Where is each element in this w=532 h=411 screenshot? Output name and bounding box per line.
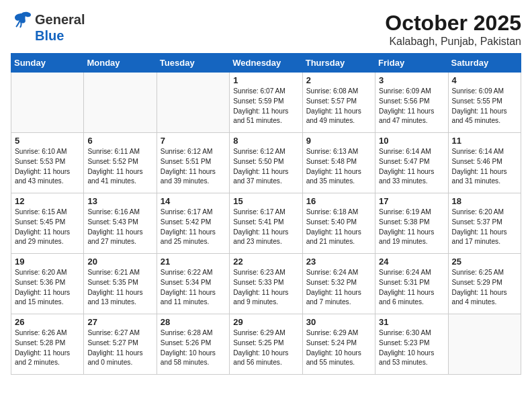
calendar-day-cell: 17Sunrise: 6:19 AMSunset: 5:38 PMDayligh…	[375, 193, 448, 254]
calendar-weekday-header: Sunday	[11, 54, 84, 73]
calendar-weekday-header: Monday	[84, 54, 157, 73]
day-info: Sunrise: 6:24 AMSunset: 5:31 PMDaylight:…	[379, 268, 444, 308]
day-info: Sunrise: 6:29 AMSunset: 5:24 PMDaylight:…	[306, 328, 371, 368]
logo-blue: Blue	[35, 28, 64, 44]
day-number: 15	[233, 196, 298, 206]
day-number: 18	[452, 196, 517, 206]
day-number: 16	[306, 196, 371, 206]
day-number: 26	[15, 317, 80, 327]
day-number: 23	[306, 257, 371, 267]
day-info: Sunrise: 6:29 AMSunset: 5:25 PMDaylight:…	[233, 328, 298, 368]
calendar-day-cell: 16Sunrise: 6:18 AMSunset: 5:40 PMDayligh…	[302, 193, 375, 254]
day-info: Sunrise: 6:14 AMSunset: 5:46 PMDaylight:…	[452, 147, 517, 187]
calendar-day-cell: 23Sunrise: 6:24 AMSunset: 5:32 PMDayligh…	[302, 254, 375, 314]
calendar-header-row: SundayMondayTuesdayWednesdayThursdayFrid…	[11, 54, 521, 73]
day-info: Sunrise: 6:20 AMSunset: 5:36 PMDaylight:…	[15, 268, 80, 308]
day-info: Sunrise: 6:08 AMSunset: 5:57 PMDaylight:…	[306, 87, 371, 126]
page-subtitle: Kalabagh, Punjab, Pakistan	[385, 36, 521, 48]
calendar-day-cell	[84, 73, 157, 133]
day-number: 21	[161, 257, 226, 267]
day-info: Sunrise: 6:18 AMSunset: 5:40 PMDaylight:…	[306, 208, 371, 247]
logo-general: General	[35, 12, 85, 28]
logo: General Blue	[11, 11, 85, 44]
calendar-day-cell: 21Sunrise: 6:22 AMSunset: 5:34 PMDayligh…	[157, 254, 229, 314]
calendar-day-cell: 11Sunrise: 6:14 AMSunset: 5:46 PMDayligh…	[448, 133, 521, 193]
day-number: 2	[306, 75, 371, 85]
day-info: Sunrise: 6:26 AMSunset: 5:28 PMDaylight:…	[15, 328, 80, 368]
day-number: 25	[452, 257, 517, 267]
calendar-day-cell: 29Sunrise: 6:29 AMSunset: 5:25 PMDayligh…	[230, 314, 302, 375]
day-number: 27	[87, 317, 152, 327]
day-number: 30	[306, 317, 371, 327]
day-number: 17	[379, 196, 444, 206]
day-info: Sunrise: 6:09 AMSunset: 5:56 PMDaylight:…	[379, 87, 444, 126]
calendar-day-cell: 31Sunrise: 6:30 AMSunset: 5:23 PMDayligh…	[375, 314, 448, 375]
calendar-week-row: 1Sunrise: 6:07 AMSunset: 5:59 PMDaylight…	[11, 73, 521, 133]
day-info: Sunrise: 6:07 AMSunset: 5:59 PMDaylight:…	[233, 87, 298, 126]
day-info: Sunrise: 6:21 AMSunset: 5:35 PMDaylight:…	[87, 268, 152, 308]
day-number: 6	[87, 136, 152, 146]
day-number: 4	[452, 75, 517, 85]
day-info: Sunrise: 6:22 AMSunset: 5:34 PMDaylight:…	[161, 268, 226, 308]
calendar-day-cell: 10Sunrise: 6:14 AMSunset: 5:47 PMDayligh…	[375, 133, 448, 193]
calendar-day-cell: 2Sunrise: 6:08 AMSunset: 5:57 PMDaylight…	[302, 73, 375, 133]
day-info: Sunrise: 6:16 AMSunset: 5:43 PMDaylight:…	[87, 208, 152, 247]
day-info: Sunrise: 6:25 AMSunset: 5:29 PMDaylight:…	[452, 268, 517, 308]
calendar-day-cell: 12Sunrise: 6:15 AMSunset: 5:45 PMDayligh…	[11, 193, 84, 254]
calendar-day-cell: 25Sunrise: 6:25 AMSunset: 5:29 PMDayligh…	[448, 254, 521, 314]
day-info: Sunrise: 6:15 AMSunset: 5:45 PMDaylight:…	[15, 208, 80, 247]
calendar-day-cell: 24Sunrise: 6:24 AMSunset: 5:31 PMDayligh…	[375, 254, 448, 314]
day-number: 7	[161, 136, 226, 146]
calendar-weekday-header: Saturday	[448, 54, 521, 73]
day-number: 12	[15, 196, 80, 206]
day-number: 13	[87, 196, 152, 206]
day-info: Sunrise: 6:17 AMSunset: 5:42 PMDaylight:…	[161, 208, 226, 247]
day-info: Sunrise: 6:12 AMSunset: 5:51 PMDaylight:…	[161, 147, 226, 187]
day-info: Sunrise: 6:12 AMSunset: 5:50 PMDaylight:…	[233, 147, 298, 187]
calendar-day-cell: 5Sunrise: 6:10 AMSunset: 5:53 PMDaylight…	[11, 133, 84, 193]
day-info: Sunrise: 6:19 AMSunset: 5:38 PMDaylight:…	[379, 208, 444, 247]
page-header: General Blue October 2025 Kalabagh, Punj…	[11, 11, 521, 48]
day-number: 1	[233, 75, 298, 85]
calendar-day-cell: 9Sunrise: 6:13 AMSunset: 5:48 PMDaylight…	[302, 133, 375, 193]
calendar-day-cell	[448, 314, 521, 375]
day-number: 8	[233, 136, 298, 146]
calendar-week-row: 26Sunrise: 6:26 AMSunset: 5:28 PMDayligh…	[11, 314, 521, 375]
calendar-day-cell	[157, 73, 229, 133]
calendar-day-cell: 3Sunrise: 6:09 AMSunset: 5:56 PMDaylight…	[375, 73, 448, 133]
day-number: 10	[379, 136, 444, 146]
calendar-day-cell: 1Sunrise: 6:07 AMSunset: 5:59 PMDaylight…	[230, 73, 302, 133]
day-info: Sunrise: 6:10 AMSunset: 5:53 PMDaylight:…	[15, 147, 80, 187]
calendar-day-cell: 26Sunrise: 6:26 AMSunset: 5:28 PMDayligh…	[11, 314, 84, 375]
calendar-day-cell	[11, 73, 84, 133]
calendar-weekday-header: Thursday	[302, 54, 375, 73]
day-info: Sunrise: 6:28 AMSunset: 5:26 PMDaylight:…	[161, 328, 226, 368]
calendar-weekday-header: Friday	[375, 54, 448, 73]
calendar-day-cell: 27Sunrise: 6:27 AMSunset: 5:27 PMDayligh…	[84, 314, 157, 375]
day-number: 5	[15, 136, 80, 146]
day-number: 24	[379, 257, 444, 267]
page-title: October 2025	[385, 11, 521, 36]
day-info: Sunrise: 6:13 AMSunset: 5:48 PMDaylight:…	[306, 147, 371, 187]
calendar-day-cell: 28Sunrise: 6:28 AMSunset: 5:26 PMDayligh…	[157, 314, 229, 375]
calendar-day-cell: 13Sunrise: 6:16 AMSunset: 5:43 PMDayligh…	[84, 193, 157, 254]
day-info: Sunrise: 6:09 AMSunset: 5:55 PMDaylight:…	[452, 87, 517, 126]
logo-bird-icon	[11, 11, 32, 28]
day-number: 28	[161, 317, 226, 327]
day-info: Sunrise: 6:17 AMSunset: 5:41 PMDaylight:…	[233, 208, 298, 247]
day-number: 29	[233, 317, 298, 327]
calendar-weekday-header: Tuesday	[157, 54, 229, 73]
day-info: Sunrise: 6:20 AMSunset: 5:37 PMDaylight:…	[452, 208, 517, 247]
day-info: Sunrise: 6:14 AMSunset: 5:47 PMDaylight:…	[379, 147, 444, 187]
calendar-day-cell: 18Sunrise: 6:20 AMSunset: 5:37 PMDayligh…	[448, 193, 521, 254]
title-block: October 2025 Kalabagh, Punjab, Pakistan	[385, 11, 521, 48]
calendar-day-cell: 15Sunrise: 6:17 AMSunset: 5:41 PMDayligh…	[230, 193, 302, 254]
calendar-day-cell: 6Sunrise: 6:11 AMSunset: 5:52 PMDaylight…	[84, 133, 157, 193]
calendar-day-cell: 14Sunrise: 6:17 AMSunset: 5:42 PMDayligh…	[157, 193, 229, 254]
calendar-day-cell: 22Sunrise: 6:23 AMSunset: 5:33 PMDayligh…	[230, 254, 302, 314]
day-info: Sunrise: 6:11 AMSunset: 5:52 PMDaylight:…	[87, 147, 152, 187]
day-number: 9	[306, 136, 371, 146]
day-number: 31	[379, 317, 444, 327]
calendar-week-row: 5Sunrise: 6:10 AMSunset: 5:53 PMDaylight…	[11, 133, 521, 193]
day-info: Sunrise: 6:24 AMSunset: 5:32 PMDaylight:…	[306, 268, 371, 308]
